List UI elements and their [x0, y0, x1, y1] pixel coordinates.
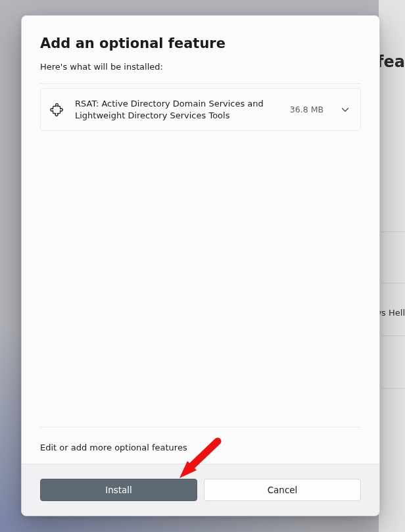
background-divider [381, 283, 405, 283]
dialog-title: Add an optional feature [40, 36, 361, 51]
feature-list: RSAT: Active Directory Domain Services a… [40, 84, 361, 427]
feature-name: RSAT: Active Directory Domain Services a… [75, 98, 279, 121]
dialog-subtitle: Here's what will be installed: [40, 62, 361, 72]
feature-item[interactable]: RSAT: Active Directory Domain Services a… [40, 88, 361, 131]
background-divider [381, 231, 405, 232]
background-panel: fea ws Hell [379, 0, 405, 532]
install-button[interactable]: Install [40, 479, 197, 501]
puzzle-icon [50, 103, 64, 117]
edit-row: Edit or add more optional features [40, 427, 361, 464]
dialog-button-bar: Install Cancel [22, 464, 379, 516]
background-divider [381, 388, 405, 389]
feature-size: 36.8 MB [290, 105, 323, 114]
edit-or-add-more-link[interactable]: Edit or add more optional features [40, 443, 187, 452]
add-optional-feature-dialog: Add an optional feature Here's what will… [21, 15, 380, 516]
background-divider [381, 335, 405, 336]
background-heading-fragment: fea [377, 53, 405, 71]
cancel-button[interactable]: Cancel [204, 479, 361, 501]
chevron-down-icon[interactable] [339, 104, 351, 116]
dialog-body: Add an optional feature Here's what will… [22, 16, 379, 464]
